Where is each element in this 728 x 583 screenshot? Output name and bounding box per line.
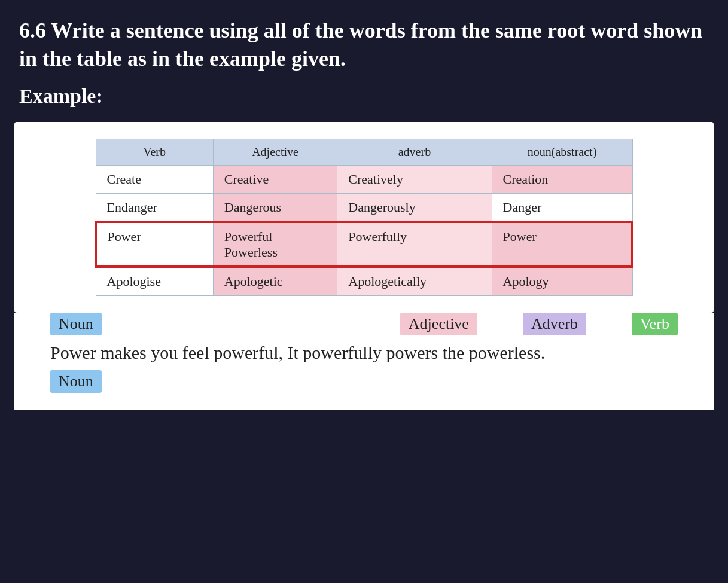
verb-badge: Verb (632, 313, 678, 335)
col-adjective: Adjective (213, 139, 337, 165)
sentence-text: Power makes you feel powerful, It powerf… (50, 343, 545, 362)
cell-verb: Apologise (96, 267, 213, 295)
content-section: Verb Adjective adverb noun(abstract) Cre… (14, 122, 714, 313)
cell-adverb: Apologetically (337, 267, 492, 295)
cell-adjective: Apologetic (213, 267, 337, 295)
cell-adverb: Dangerously (337, 193, 492, 222)
cell-verb: Power (96, 222, 213, 267)
extra-noun-badge: Noun (50, 370, 102, 393)
noun-badge: Noun (50, 313, 102, 335)
cell-adjective: Creative (213, 165, 337, 193)
bottom-section: Noun Adjective Adverb Verb Power makes y… (14, 313, 714, 410)
cell-noun: Creation (492, 165, 632, 193)
table-wrapper: Verb Adjective adverb noun(abstract) Cre… (50, 139, 678, 296)
col-adverb: adverb (337, 139, 492, 165)
table-row: Create Creative Creatively Creation (96, 165, 632, 193)
adjective-badge: Adjective (400, 313, 477, 335)
cell-adjective: PowerfulPowerless (213, 222, 337, 267)
extra-noun-badge-row: Noun (50, 370, 678, 393)
adverb-badge: Adverb (523, 313, 586, 335)
table-row: Apologise Apologetic Apologetically Apol… (96, 267, 632, 295)
header-section: 6.6 Write a sentence using all of the wo… (0, 0, 728, 122)
cell-adverb: Creatively (337, 165, 492, 193)
table-row: Endanger Dangerous Dangerously Danger (96, 193, 632, 222)
cell-verb: Endanger (96, 193, 213, 222)
col-noun: noun(abstract) (492, 139, 632, 165)
example-label: Example: (19, 85, 709, 108)
cell-noun: Apology (492, 267, 632, 295)
power-row: Power PowerfulPowerless Powerfully Power (96, 222, 632, 267)
cell-adverb: Powerfully (337, 222, 492, 267)
page-title: 6.6 Write a sentence using all of the wo… (19, 17, 709, 73)
word-table: Verb Adjective adverb noun(abstract) Cre… (95, 139, 633, 296)
cell-noun: Danger (492, 193, 632, 222)
table-header-row: Verb Adjective adverb noun(abstract) (96, 139, 632, 165)
col-verb: Verb (96, 139, 213, 165)
legend-row: Noun Adjective Adverb Verb (50, 313, 678, 335)
cell-adjective: Dangerous (213, 193, 337, 222)
example-sentence: Power makes you feel powerful, It powerf… (50, 340, 678, 365)
cell-noun: Power (492, 222, 632, 267)
cell-verb: Create (96, 165, 213, 193)
